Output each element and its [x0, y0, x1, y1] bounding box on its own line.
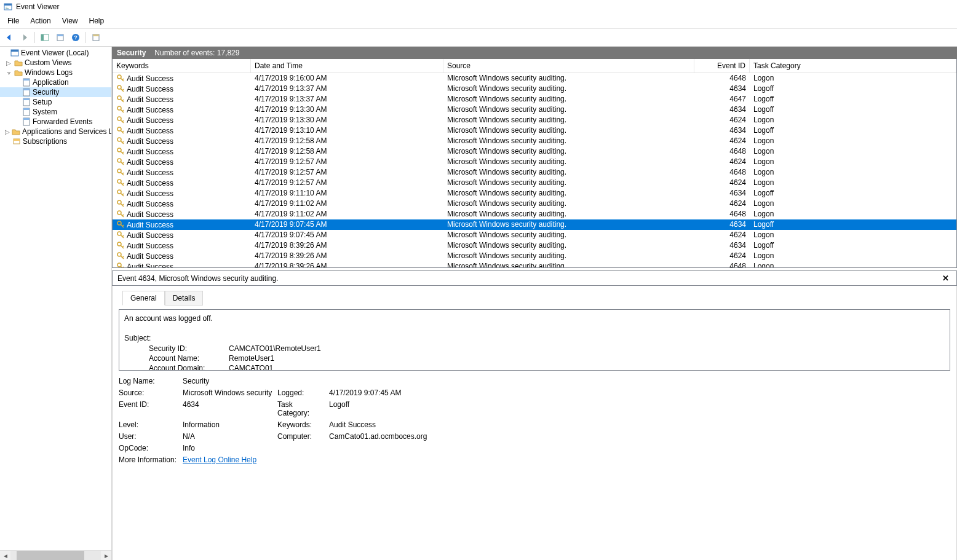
computer-value: CamCato01.ad.ocmboces.org	[329, 432, 452, 441]
event-row[interactable]: Audit Success4/17/2019 8:39:26 AMMicroso…	[113, 261, 956, 267]
svg-rect-25	[14, 139, 20, 141]
computer-label: Computer:	[277, 432, 327, 441]
event-row[interactable]: Audit Success4/17/2019 9:12:57 AMMicroso…	[113, 167, 956, 178]
event-row[interactable]: Audit Success4/17/2019 9:13:37 AMMicroso…	[113, 94, 956, 105]
scroll-right-icon[interactable]: ▸	[101, 551, 111, 560]
event-row[interactable]: Audit Success4/17/2019 9:07:45 AMMicroso…	[113, 230, 956, 240]
key-icon	[116, 116, 125, 124]
key-icon	[116, 210, 125, 218]
main-area: Event Viewer (Local) ▷ Custom Views ▿ Wi…	[0, 47, 957, 560]
logname-value: Security	[183, 377, 275, 385]
source-label: Source:	[119, 388, 180, 397]
events-list: Keywords Date and Time Source Event ID T…	[112, 59, 957, 268]
event-row[interactable]: Audit Success4/17/2019 8:39:26 AMMicroso…	[113, 251, 956, 261]
subject-label: Subject:	[124, 333, 945, 343]
event-row[interactable]: Audit Success4/17/2019 9:13:37 AMMicroso…	[113, 84, 956, 94]
tree-root[interactable]: Event Viewer (Local)	[0, 48, 111, 58]
forward-button[interactable]	[18, 31, 31, 44]
account-domain-value: CAMCATO01	[229, 363, 273, 371]
svg-rect-7	[57, 34, 63, 36]
tree-forwarded[interactable]: Forwarded Events	[0, 117, 111, 127]
folder-icon	[14, 58, 23, 67]
event-row[interactable]: Audit Success4/17/2019 9:12:58 AMMicroso…	[113, 146, 956, 157]
svg-rect-23	[23, 118, 30, 120]
right-area: Security Number of events: 17,829 Keywor…	[112, 47, 957, 560]
col-task[interactable]: Task Category	[750, 59, 956, 73]
tree-label: Windows Logs	[25, 68, 73, 77]
event-row[interactable]: Audit Success4/17/2019 9:12:57 AMMicroso…	[113, 178, 956, 188]
log-icon	[22, 88, 31, 97]
col-eventid[interactable]: Event ID	[694, 59, 750, 73]
key-icon	[116, 241, 125, 250]
expander-icon[interactable]: ▷	[5, 128, 10, 135]
event-row[interactable]: Audit Success4/17/2019 9:13:10 AMMicroso…	[113, 125, 956, 136]
opcode-label: OpCode:	[119, 444, 180, 452]
svg-rect-17	[23, 89, 30, 90]
expander-icon[interactable]: ▷	[5, 60, 12, 66]
event-row[interactable]: Audit Success4/17/2019 9:16:00 AMMicroso…	[113, 73, 956, 84]
event-row[interactable]: Audit Success4/17/2019 8:39:26 AMMicroso…	[113, 240, 956, 251]
tree-windows-logs[interactable]: ▿ Windows Logs	[0, 68, 111, 77]
tree-setup[interactable]: Setup	[0, 97, 111, 107]
key-icon	[116, 199, 125, 208]
tree-label: Security	[33, 88, 59, 97]
events-body[interactable]: Audit Success4/17/2019 9:16:00 AMMicroso…	[113, 73, 956, 267]
svg-rect-21	[23, 108, 30, 110]
logname-label: Log Name:	[119, 377, 180, 385]
tree-application[interactable]: Application	[0, 77, 111, 87]
opcode-value: Info	[183, 444, 275, 452]
menu-file[interactable]: File	[2, 15, 24, 27]
tree-label: Applications and Services Lo	[22, 127, 111, 136]
moreinfo-link[interactable]: Event Log Online Help	[183, 455, 256, 464]
security-id-label: Security ID:	[149, 344, 229, 353]
scroll-thumb[interactable]	[17, 551, 84, 560]
tree-label: Custom Views	[25, 58, 71, 67]
tab-details[interactable]: Details	[165, 291, 204, 306]
key-icon	[116, 105, 125, 114]
event-row[interactable]: Audit Success4/17/2019 9:07:45 AMMicroso…	[113, 219, 956, 230]
refresh-button[interactable]	[89, 31, 103, 44]
app-icon	[4, 2, 12, 11]
event-row[interactable]: Audit Success4/17/2019 9:12:58 AMMicroso…	[113, 136, 956, 146]
back-button[interactable]	[2, 31, 16, 44]
event-row[interactable]: Audit Success4/17/2019 9:13:30 AMMicroso…	[113, 115, 956, 125]
toolbar-separator	[34, 32, 35, 43]
event-row[interactable]: Audit Success4/17/2019 9:11:02 AMMicroso…	[113, 209, 956, 219]
detail-header: Event 4634, Microsoft Windows security a…	[112, 270, 957, 286]
description-box[interactable]: An account was logged off. Subject: Secu…	[119, 309, 950, 371]
key-icon	[116, 220, 125, 229]
security-id-value: CAMCATO01\RemoteUser1	[229, 344, 321, 353]
tab-general[interactable]: General	[122, 291, 165, 306]
tree-subscriptions[interactable]: Subscriptions	[0, 136, 111, 146]
svg-rect-2	[6, 7, 7, 7]
tree-app-services[interactable]: ▷ Applications and Services Lo	[0, 127, 111, 136]
help-button[interactable]: ?	[69, 31, 82, 44]
detail-tabs: General Details	[122, 291, 950, 306]
col-date[interactable]: Date and Time	[251, 59, 443, 73]
event-row[interactable]: Audit Success4/17/2019 9:13:30 AMMicroso…	[113, 105, 956, 115]
tree-label: System	[33, 108, 57, 116]
col-source[interactable]: Source	[443, 59, 694, 73]
menu-view[interactable]: View	[57, 15, 83, 27]
folder-icon	[14, 68, 23, 77]
user-value: N/A	[183, 432, 275, 441]
event-row[interactable]: Audit Success4/17/2019 9:11:02 AMMicroso…	[113, 199, 956, 209]
menu-help[interactable]: Help	[84, 15, 109, 27]
col-keywords[interactable]: Keywords	[113, 59, 251, 73]
event-row[interactable]: Audit Success4/17/2019 9:11:10 AMMicroso…	[113, 188, 956, 199]
tree-security[interactable]: Security	[0, 87, 111, 97]
key-icon	[116, 126, 125, 135]
scroll-left-icon[interactable]: ◂	[0, 551, 10, 560]
tree-custom-views[interactable]: ▷ Custom Views	[0, 58, 111, 68]
close-detail-button[interactable]: ✕	[940, 274, 951, 283]
properties-button[interactable]	[54, 31, 67, 44]
scroll-track[interactable]	[10, 551, 101, 560]
log-icon	[22, 98, 31, 106]
keywords-label: Keywords:	[277, 420, 327, 429]
menu-action[interactable]: Action	[25, 15, 55, 27]
event-row[interactable]: Audit Success4/17/2019 9:12:57 AMMicroso…	[113, 157, 956, 167]
expander-icon[interactable]: ▿	[5, 69, 12, 76]
tree-horizontal-scrollbar[interactable]: ◂ ▸	[0, 550, 111, 560]
tree-system[interactable]: System	[0, 107, 111, 117]
show-hide-tree-button[interactable]	[38, 31, 52, 44]
